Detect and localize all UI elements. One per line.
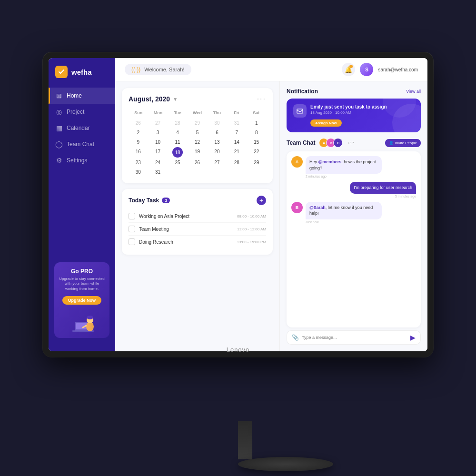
calendar-card: August, 2020 ▼ ··· Sun Mon Tue (122, 88, 273, 183)
cal-date[interactable]: 11 (168, 138, 187, 147)
task-time-2: 11:00 - 12:00 AM (237, 227, 266, 231)
cal-date[interactable]: 14 (227, 138, 246, 147)
sidebar-item-settings[interactable]: ⚙ Settings (49, 152, 115, 169)
message-avatar-3: B (291, 202, 303, 213)
task-checkbox-2[interactable] (129, 226, 135, 232)
cal-date[interactable]: 26 (129, 119, 148, 128)
notification-section: Notification View all (287, 88, 421, 132)
view-all-link[interactable]: View all (406, 89, 421, 94)
cal-date[interactable]: 6 (208, 128, 227, 137)
svg-point-5 (87, 316, 93, 319)
cal-date[interactable]: 8 (247, 128, 266, 137)
team-chat-section: Team Chat A B C +17 👤 (287, 138, 421, 345)
cal-date[interactable]: 17 (148, 147, 167, 158)
nav-chat-label: Team Chat (67, 141, 94, 148)
cal-date[interactable]: 29 (247, 158, 266, 167)
task-item: Team Meeting 11:00 - 12:00 AM (129, 223, 266, 236)
right-panel: Notification View all (280, 81, 427, 351)
sidebar-item-home[interactable]: ⊞ Home (49, 88, 115, 104)
promo-title: Go PRO (59, 268, 105, 275)
calendar-grid: Sun Mon Tue Wed Thu Fri Sat (129, 109, 266, 177)
calendar-icon: ▦ (55, 124, 63, 132)
sidebar-promo: Go PRO Upgrade to stay connected with yo… (54, 262, 109, 338)
cal-date[interactable]: 25 (168, 158, 187, 167)
task-count-badge: 3 (162, 198, 170, 203)
message-avatar-1: A (291, 156, 303, 168)
send-button[interactable]: ▶ (410, 334, 416, 341)
main-content: ((·)) Welcome, Sarah! 🔔 S sarah@wefha.co… (115, 58, 427, 351)
calendar-options[interactable]: ··· (257, 95, 266, 103)
upgrade-button[interactable]: Upgrade Now (62, 296, 101, 305)
chat-input-area: 📎 ▶ (287, 330, 421, 345)
nav-calendar-label: Calendar (67, 125, 90, 131)
cal-date[interactable]: 30 (208, 119, 227, 128)
assign-button[interactable]: Assign Now (310, 119, 342, 127)
cal-date[interactable]: 4 (168, 128, 187, 137)
invite-people-button[interactable]: 👤 Invite People (385, 139, 421, 147)
cal-date[interactable]: 26 (188, 158, 207, 167)
notification-main-text: Emily just sent you task to assign (310, 104, 387, 109)
monitor-brand: Lenovo (227, 346, 250, 353)
cal-date[interactable]: 12 (188, 138, 207, 147)
tasks-header: Today Task 3 + (129, 196, 266, 205)
sidebar-item-project[interactable]: ◎ Project (49, 104, 115, 120)
cal-date[interactable]: 29 (188, 119, 207, 128)
notification-title: Notification (287, 88, 318, 95)
cal-date[interactable]: 22 (247, 147, 266, 158)
cal-date[interactable]: 9 (129, 138, 148, 147)
cal-date[interactable]: 15 (247, 138, 266, 147)
task-item: Doing Research 13:00 - 15:00 PM (129, 236, 266, 248)
project-icon: ◎ (55, 108, 63, 116)
user-initials: S (365, 67, 368, 72)
task-name-2: Team Meeting (139, 227, 233, 232)
message-bubble-3: @Sarah, let me know if you need help! (306, 202, 382, 219)
cal-date[interactable]: 31 (148, 168, 167, 177)
cal-date[interactable]: 30 (129, 168, 148, 177)
notification-icon-box (293, 104, 307, 118)
cal-date[interactable]: 2 (129, 128, 148, 137)
sidebar-item-teamchat[interactable]: ◯ Team Chat (49, 136, 115, 152)
notification-header: Notification View all (287, 88, 421, 95)
cal-date[interactable]: 20 (208, 147, 227, 158)
task-time-1: 08:00 - 10:00 AM (237, 214, 266, 218)
task-checkbox-1[interactable] (129, 213, 135, 219)
cal-date[interactable]: 16 (129, 147, 148, 158)
cal-date[interactable]: 10 (148, 138, 167, 147)
cal-date[interactable]: 28 (227, 158, 246, 167)
cal-date[interactable]: 31 (227, 119, 246, 128)
cal-date[interactable]: 23 (129, 158, 148, 167)
message-row-1: A Hey @members, how's the project going?… (291, 156, 416, 178)
add-task-button[interactable]: + (257, 196, 266, 205)
person-add-icon: 👤 (389, 141, 394, 145)
nav-settings-label: Settings (67, 157, 87, 164)
sidebar: wefha ⊞ Home ◎ Project ▦ Calendar (49, 58, 115, 351)
cal-date[interactable]: 3 (148, 128, 167, 137)
message-time-2: 5 minutes ago (350, 195, 416, 198)
cal-date[interactable]: 1 (247, 119, 266, 128)
sidebar-item-calendar[interactable]: ▦ Calendar (49, 120, 115, 136)
cal-date[interactable]: 28 (168, 119, 187, 128)
day-sun: Sun (129, 109, 148, 117)
cal-date[interactable]: 7 (227, 128, 246, 137)
chat-avatars: A B C (319, 138, 343, 148)
task-checkbox-3[interactable] (129, 238, 135, 245)
mention-members: @members (318, 159, 342, 164)
cal-date[interactable]: 13 (208, 138, 227, 147)
task-name-1: Working on Asia Project (139, 214, 233, 219)
cal-date[interactable]: 27 (148, 119, 167, 128)
attach-icon[interactable]: 📎 (292, 334, 299, 341)
message-time-1: 2 minutes ago (306, 175, 382, 178)
calendar-days-header: Sun Mon Tue Wed Thu Fri Sat (129, 109, 266, 117)
cal-date[interactable]: 21 (227, 147, 246, 158)
cal-date[interactable]: 24 (148, 158, 167, 167)
sidebar-nav: ⊞ Home ◎ Project ▦ Calendar ◯ Team Chat (49, 88, 115, 257)
cal-date[interactable]: 5 (188, 128, 207, 137)
cal-date[interactable]: 27 (208, 158, 227, 167)
cal-date[interactable]: 19 (188, 147, 207, 158)
settings-icon: ⚙ (55, 157, 63, 164)
chat-input[interactable] (302, 335, 407, 340)
message-content-3: @Sarah, let me know if you need help! Ju… (306, 202, 382, 224)
notification-bell[interactable]: 🔔 (342, 63, 355, 76)
cal-date-today[interactable]: 18 (172, 147, 183, 158)
top-bar: ((·)) Welcome, Sarah! 🔔 S sarah@wefha.co… (115, 58, 427, 81)
